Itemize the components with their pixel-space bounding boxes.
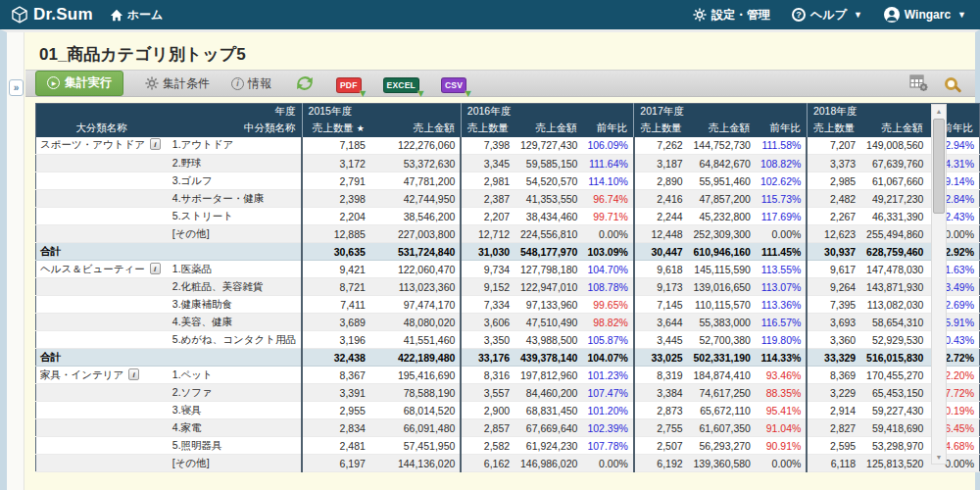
info-button[interactable]: i 情報 xyxy=(231,75,271,92)
table-row[interactable]: 2.ソファ3,39178,588,1903,55784,460,200107.4… xyxy=(36,384,980,402)
table-row[interactable]: 3.ゴルフ2,79147,781,2002,98154,520,570114.1… xyxy=(36,172,980,190)
csv-download-button[interactable]: CSV ▼ xyxy=(441,74,466,93)
cell-quantity: 9,617 xyxy=(807,261,860,278)
col-header-quantity[interactable]: 売上数量 xyxy=(461,121,514,137)
category-info-icon[interactable]: i xyxy=(128,368,139,380)
run-aggregation-button[interactable]: ▶ 集計実行 xyxy=(35,71,123,96)
cell-yoy: 91.04% xyxy=(756,419,807,437)
cell-amount: 52,929,530 xyxy=(860,331,928,349)
col-header-quantity[interactable]: 売上数量★ xyxy=(302,121,370,137)
major-category-cell xyxy=(36,314,167,331)
cell-amount: 122,060,470 xyxy=(370,261,461,278)
cell-yoy: 113.07% xyxy=(756,278,807,296)
cell-quantity: 9,734 xyxy=(461,261,514,278)
cell-amount: 64,842,670 xyxy=(688,155,756,172)
table-row[interactable]: ヘルス＆ビューティーi1.医薬品9,421122,060,4709,734127… xyxy=(36,261,980,278)
cell-yoy: 96.74% xyxy=(582,190,633,208)
table-row[interactable]: 2.化粧品、美容雑貨8,721113,023,3609,152122,947,0… xyxy=(36,278,980,296)
category-info-icon[interactable]: i xyxy=(150,138,161,150)
cell-yoy: 113.36% xyxy=(756,296,807,314)
user-menu[interactable]: Wingarc ▼ xyxy=(884,7,966,23)
cell-quantity: 7,262 xyxy=(634,137,688,155)
cell-amount: 58,654,310 xyxy=(860,314,928,331)
cell-amount: 59,227,430 xyxy=(860,402,928,419)
col-header-quantity[interactable]: 売上数量 xyxy=(634,121,688,137)
cell-quantity: 2,834 xyxy=(302,419,370,437)
table-row[interactable]: [その他]6,197144,136,0206,162146,986,0200.0… xyxy=(36,455,980,472)
cell-amount: 42,744,950 xyxy=(370,190,461,208)
cell-quantity: 30,447 xyxy=(634,243,688,261)
excel-download-button[interactable]: EXCEL ▼ xyxy=(383,74,419,93)
col-header-quantity[interactable]: 売上数量 xyxy=(807,121,860,137)
brand-logo[interactable]: Dr.Sum xyxy=(10,5,93,24)
table-row[interactable]: 3.健康補助食7,41197,474,1707,33497,133,96099.… xyxy=(36,296,980,314)
cell-amount: 113,082,030 xyxy=(860,296,928,314)
table-row[interactable]: 5.めがね、コンタクト用品3,19641,551,4603,35043,988,… xyxy=(36,331,980,349)
refresh-button[interactable] xyxy=(295,74,315,92)
table-row[interactable]: 4.サポーター・健康2,39842,744,9502,38741,353,550… xyxy=(36,190,980,208)
sidebar-expand-button[interactable]: » xyxy=(9,79,24,96)
cell-quantity: 9,173 xyxy=(634,278,688,296)
table-settings-icon[interactable] xyxy=(909,74,929,92)
brand-name: Dr.Sum xyxy=(33,5,93,24)
table-row[interactable]: 5.ストリート2,20438,546,2002,20738,434,46099.… xyxy=(36,208,980,225)
cell-amount: 139,360,580 xyxy=(688,455,756,472)
cell-quantity: 3,689 xyxy=(302,314,370,331)
table-row[interactable]: 2.野球3,17253,372,6303,34559,585,150111.64… xyxy=(36,155,980,172)
pdf-download-arrow-icon: ▼ xyxy=(358,88,368,98)
major-category-cell xyxy=(36,419,167,437)
header-spacer xyxy=(36,104,167,121)
scrollbar-thumb[interactable] xyxy=(933,119,945,214)
help-menu[interactable]: ? ヘルプ ▼ xyxy=(792,7,862,24)
scroll-up-button[interactable]: ▲ xyxy=(932,105,946,118)
cell-yoy: 111.45% xyxy=(756,243,807,261)
scroll-down-button[interactable]: ▼ xyxy=(932,451,946,464)
pdf-download-button[interactable]: PDF ▼ xyxy=(336,74,362,93)
settings-menu[interactable]: 設定・管理 xyxy=(693,7,770,24)
col-header-amount[interactable]: 売上金額 xyxy=(688,121,756,137)
help-caret-icon: ▼ xyxy=(854,10,862,20)
cell-quantity: 6,197 xyxy=(302,455,370,472)
col-header-year: 年度 xyxy=(167,104,302,121)
cell-yoy: 119.80% xyxy=(756,331,807,349)
cell-amount: 38,546,200 xyxy=(370,208,461,225)
cell-amount: 628,759,460 xyxy=(860,243,928,261)
cell-yoy: 0.00% xyxy=(756,455,807,472)
cell-amount: 55,951,460 xyxy=(688,172,756,190)
cell-quantity: 3,187 xyxy=(634,155,688,172)
vertical-scrollbar[interactable]: ▲ ▼ xyxy=(931,104,947,465)
major-category-cell xyxy=(36,402,167,419)
col-header-yoy[interactable]: 前年比 xyxy=(756,121,807,137)
table-row[interactable]: スポーツ・アウトドアi1.アウトドア7,185122,276,0607,3981… xyxy=(36,137,980,155)
search-magnifier-icon[interactable] xyxy=(945,77,957,90)
cell-quantity: 2,387 xyxy=(461,190,514,208)
col-header-amount[interactable]: 売上金額 xyxy=(514,121,582,137)
cell-quantity: 3,345 xyxy=(461,155,514,172)
cell-amount: 47,781,200 xyxy=(370,172,461,190)
aggregation-conditions-button[interactable]: 集計条件 xyxy=(145,75,210,92)
table-row[interactable]: [その他]12,885227,003,80012,712224,556,8100… xyxy=(36,225,980,243)
cell-quantity: 8,316 xyxy=(461,367,514,384)
conditions-gear-icon xyxy=(145,76,159,90)
category-info-icon[interactable]: i xyxy=(150,263,161,274)
cell-yoy: 113.55% xyxy=(756,261,807,278)
table-row[interactable]: 4.家電2,83466,091,4802,85767,669,640102.39… xyxy=(36,419,980,437)
cell-amount: 227,003,800 xyxy=(370,225,461,243)
table-row[interactable]: 3.寝具2,95568,014,5202,90068,831,450101.20… xyxy=(36,402,980,419)
cell-quantity: 9,264 xyxy=(807,278,860,296)
cell-quantity: 30,635 xyxy=(302,243,370,261)
table-row[interactable]: 家具・インテリアi1.ペット8,367195,416,6908,316197,8… xyxy=(36,367,980,384)
table-row[interactable]: 5.照明器具2,48157,451,9502,58261,924,230107.… xyxy=(36,437,980,455)
col-header-amount[interactable]: 売上金額 xyxy=(860,121,928,137)
cell-amount: 54,520,570 xyxy=(514,172,582,190)
cell-quantity: 12,623 xyxy=(807,225,860,243)
cell-amount: 41,353,550 xyxy=(514,190,582,208)
cell-amount: 548,177,970 xyxy=(514,243,582,261)
cell-amount: 146,986,020 xyxy=(514,455,582,472)
major-category-cell xyxy=(36,190,167,208)
col-header-amount[interactable]: 売上金額 xyxy=(370,121,461,137)
table-row[interactable]: 4.美容、健康3,68948,080,0203,60647,510,49098.… xyxy=(36,314,980,331)
col-header-yoy[interactable]: 前年比 xyxy=(582,121,633,137)
home-link[interactable]: ホーム xyxy=(110,7,164,24)
cell-amount: 143,871,930 xyxy=(860,278,928,296)
